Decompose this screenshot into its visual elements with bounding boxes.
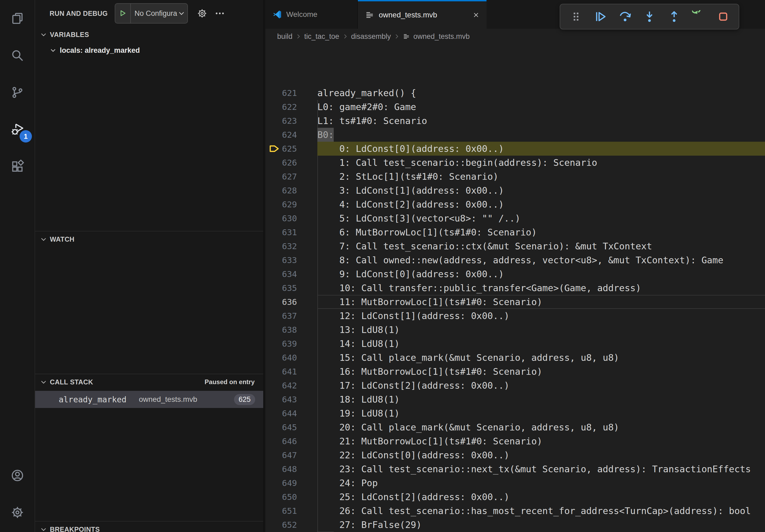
gutter[interactable]: 646 [265,434,318,448]
gutter[interactable]: 623 [265,114,318,128]
gutter[interactable]: 634 [265,267,318,281]
gutter[interactable]: 629 [265,197,318,211]
gutter[interactable]: 644 [265,406,318,420]
variables-section-header[interactable]: VARIABLES [35,27,263,42]
code-line[interactable]: 646 21: MutBorrowLoc[1](ts#1#0: Scenario… [265,434,765,448]
file-lines-icon [365,10,375,20]
code-line[interactable]: 637 12: LdConst[1](address: 0x00..) [265,309,765,323]
breadcrumb-item[interactable]: tic_tac_toe [304,32,339,41]
gutter[interactable]: 628 [265,183,318,197]
code-line[interactable]: 649 24: Pop [265,476,765,490]
code-line[interactable]: 625 0: LdConst[0](address: 0x00..) [265,142,765,155]
debug-config-dropdown[interactable]: No Configura [115,3,188,24]
breakpoints-section-header[interactable]: BREAKPOINTS [35,522,263,532]
activity-item-extensions[interactable] [0,148,35,185]
gutter[interactable]: 652 [265,518,318,532]
activity-item-source-control[interactable] [0,74,35,111]
code-line-text: 10: Call transfer::public_transfer<Game>… [318,281,765,295]
code-line[interactable]: 623L1: ts#1#0: Scenario [265,114,765,128]
watch-section-header[interactable]: WATCH [35,231,263,247]
gutter[interactable]: 642 [265,379,318,393]
gutter[interactable]: 638 [265,323,318,337]
code-line[interactable]: 636 11: MutBorrowLoc[1](ts#1#0: Scenario… [265,295,765,309]
gutter[interactable]: 622 [265,100,318,114]
debug-settings-button[interactable] [197,8,207,19]
code-line-text: 12: LdConst[1](address: 0x00..) [318,309,765,323]
code-line[interactable]: 644 19: LdU8(1) [265,406,765,420]
gutter[interactable]: 624 [265,128,318,142]
gutter[interactable]: 648 [265,462,318,476]
code-line[interactable]: 648 23: Call test_scenario::next_tx(&mut… [265,462,765,476]
code-line[interactable]: 634 9: LdConst[0](address: 0x00..) [265,267,765,281]
code-line[interactable]: 651 26: Call test_scenario::has_most_rec… [265,504,765,518]
gutter[interactable]: 630 [265,211,318,225]
code-line[interactable]: 635 10: Call transfer::public_transfer<G… [265,281,765,295]
start-debug-button[interactable] [115,4,131,23]
breadcrumb-item[interactable]: disassembly [351,32,391,41]
gutter[interactable]: 625 [265,142,318,155]
code-line[interactable]: 629 4: LdConst[2](address: 0x00..) [265,197,765,211]
call-stack-section-header[interactable]: CALL STACK Paused on entry [35,374,263,390]
restart-icon[interactable] [690,8,707,25]
activity-item-explorer[interactable] [0,0,35,37]
step-over-icon[interactable] [616,8,634,25]
code-line[interactable]: 627 2: StLoc[1](ts#1#0: Scenario) [265,169,765,183]
code-line[interactable]: 622L0: game#2#0: Game [265,100,765,114]
gutter[interactable]: 621 [265,86,318,100]
code-line[interactable]: 630 5: LdConst[3](vector<u8>: "" /..) [265,211,765,225]
gutter[interactable]: 631 [265,225,318,239]
gutter[interactable]: 645 [265,420,318,434]
gutter[interactable]: 640 [265,351,318,365]
gutter[interactable]: 632 [265,239,318,253]
code-line[interactable]: 652 27: BrFalse(29) [265,518,765,532]
gutter[interactable]: 647 [265,448,318,462]
gutter[interactable]: 627 [265,169,318,183]
gutter[interactable]: 650 [265,490,318,504]
variables-scope-row[interactable]: locals: already_marked [35,42,263,58]
gutter[interactable]: 643 [265,393,318,406]
gutter[interactable]: 626 [265,155,318,169]
code-line[interactable]: 647 22: LdConst[0](address: 0x00..) [265,448,765,462]
activity-item-search[interactable] [0,37,35,74]
code-line[interactable]: 643 18: LdU8(1) [265,393,765,406]
step-out-icon[interactable] [665,8,683,25]
code-line[interactable]: 633 8: Call owned::new(address, address,… [265,253,765,267]
gutter[interactable]: 651 [265,504,318,518]
code-line[interactable]: 632 7: Call test_scenario::ctx(&mut Scen… [265,239,765,253]
gutter[interactable]: 641 [265,365,318,379]
activity-item-account[interactable] [0,457,35,494]
code-line[interactable]: 624B0: [265,128,765,142]
breadcrumb-item[interactable]: owned_tests.mvb [413,32,469,41]
gutter[interactable]: 633 [265,253,318,267]
code-line[interactable]: 640 15: Call place_mark(&mut Scenario, a… [265,351,765,365]
code-line[interactable]: 631 6: MutBorrowLoc[1](ts#1#0: Scenario) [265,225,765,239]
tab-welcome[interactable]: Welcome [265,0,358,29]
tab-owned-tests[interactable]: owned_tests.mvb [358,0,486,29]
stop-icon[interactable] [714,8,732,25]
code-line[interactable]: 639 14: LdU8(1) [265,337,765,351]
breadcrumb-item[interactable]: build [277,32,293,41]
gutter[interactable]: 635 [265,281,318,295]
gutter[interactable]: 637 [265,309,318,323]
code-line[interactable]: 642 17: LdConst[2](address: 0x00..) [265,379,765,393]
code-line[interactable]: 626 1: Call test_scenario::begin(address… [265,155,765,169]
code-line[interactable]: 645 20: Call place_mark(&mut Scenario, a… [265,420,765,434]
activity-item-settings[interactable] [0,494,35,531]
code-line-text: 0: LdConst[0](address: 0x00..) [318,142,765,155]
code-line[interactable]: 650 25: LdConst[2](address: 0x00..) [265,490,765,504]
views-more-button[interactable] [215,8,225,19]
code-line[interactable]: 641 16: MutBorrowLoc[1](ts#1#0: Scenario… [265,365,765,379]
drag-grip-icon[interactable] [567,8,585,25]
activity-item-run-and-debug[interactable]: 1 [0,111,35,148]
code-line[interactable]: 628 3: LdConst[1](address: 0x00..) [265,183,765,197]
continue-icon[interactable] [591,8,609,25]
gutter[interactable]: 639 [265,337,318,351]
step-into-icon[interactable] [641,8,658,25]
call-stack-frame[interactable]: already_marked owned_tests.mvb 625 [35,391,263,408]
close-icon[interactable] [472,12,479,19]
gutter[interactable]: 636 [265,295,318,309]
gutter[interactable]: 649 [265,476,318,490]
code-line[interactable]: 621already_marked() { [265,86,765,100]
code-line[interactable]: 638 13: LdU8(1) [265,323,765,337]
code-editor[interactable]: 621already_marked() {622L0: game#2#0: Ga… [265,44,765,532]
